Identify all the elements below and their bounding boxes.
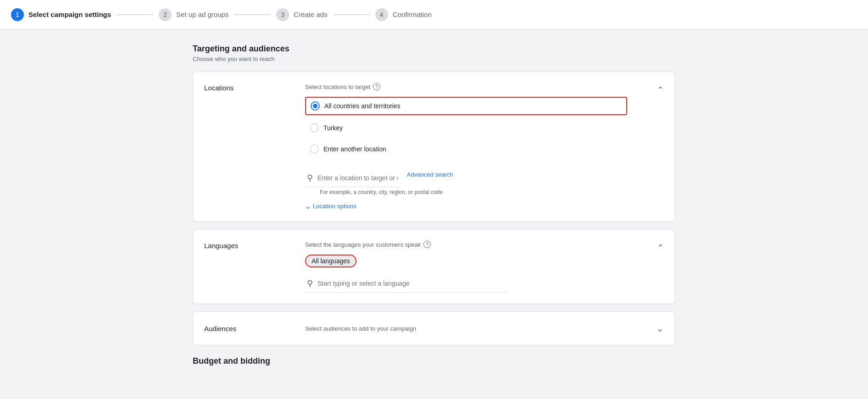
radio-all-countries[interactable]: All countries and territories xyxy=(305,97,627,115)
radio-turkey-circle xyxy=(310,123,319,133)
locations-label: Locations xyxy=(204,83,287,211)
language-search-icon: ⚲ xyxy=(307,278,313,288)
languages-collapse-button[interactable]: ⌃ xyxy=(657,243,664,253)
languages-chip-area: All languages xyxy=(305,255,627,267)
locations-content: Select locations to target ? All countri… xyxy=(305,83,627,211)
step-4: 4 Confirmation xyxy=(375,8,432,21)
audiences-card-collapsed: Audiences Select audiences to add to you… xyxy=(193,312,675,345)
step-1-circle: 1 xyxy=(11,8,24,21)
locations-card: Locations Select locations to target ? A… xyxy=(193,72,675,222)
radio-all-countries-label: All countries and territories xyxy=(324,102,401,110)
main-content: Targeting and audiences Choose who you w… xyxy=(182,29,686,381)
step-3-circle: 3 xyxy=(276,8,289,21)
languages-card-inner: Languages Select the languages your cust… xyxy=(193,230,675,304)
step-2-circle: 2 xyxy=(159,8,172,21)
location-search-icon: ⚲ xyxy=(307,173,313,183)
radio-another-location-circle xyxy=(310,144,319,154)
radio-turkey-label: Turkey xyxy=(323,124,343,132)
location-search-hint: For example, a country, city, region, or… xyxy=(305,189,627,195)
targeting-subtitle: Choose who you want to reach xyxy=(193,55,675,62)
locations-toggle[interactable]: ⌃ xyxy=(645,83,664,211)
location-search-row: ⚲ Advanced search xyxy=(305,162,627,187)
locations-sublabel: Select locations to target ? xyxy=(305,83,627,90)
languages-content: Select the languages your customers spea… xyxy=(305,241,627,293)
step-connector-3 xyxy=(333,14,370,15)
locations-collapse-button[interactable]: ⌃ xyxy=(657,85,664,95)
locations-help-icon[interactable]: ? xyxy=(373,83,380,90)
location-options-link[interactable]: ⌄ Location options xyxy=(305,202,627,211)
location-search-field: ⚲ xyxy=(305,169,400,187)
radio-another-location-label: Enter another location xyxy=(323,145,386,153)
languages-help-icon[interactable]: ? xyxy=(423,241,431,248)
languages-sublabel: Select the languages your customers spea… xyxy=(305,241,627,248)
radio-another-location[interactable]: Enter another location xyxy=(305,141,627,157)
audiences-value: Select audiences to add to your campaign xyxy=(305,325,638,332)
audiences-label: Audiences xyxy=(204,325,287,332)
step-3-label: Create ads xyxy=(294,11,327,18)
step-3: 3 Create ads xyxy=(276,8,327,21)
step-1: 1 Select campaign settings xyxy=(11,8,111,21)
locations-card-inner: Locations Select locations to target ? A… xyxy=(193,72,675,222)
step-2: 2 Set up ad groups xyxy=(159,8,228,21)
language-search-field: ⚲ xyxy=(305,275,507,293)
languages-label: Languages xyxy=(204,241,287,293)
languages-toggle[interactable]: ⌃ xyxy=(645,241,664,293)
languages-card: Languages Select the languages your cust… xyxy=(193,229,675,304)
targeting-heading: Targeting and audiences Choose who you w… xyxy=(193,44,675,62)
step-4-circle: 4 xyxy=(375,8,388,21)
step-connector-2 xyxy=(234,14,271,15)
targeting-title: Targeting and audiences xyxy=(193,44,675,54)
audiences-card: Audiences Select audiences to add to you… xyxy=(193,311,675,345)
location-search-input[interactable] xyxy=(317,174,398,182)
radio-all-countries-circle xyxy=(311,101,320,111)
step-1-label: Select campaign settings xyxy=(28,11,111,18)
language-search-input[interactable] xyxy=(317,280,505,287)
step-2-label: Set up ad groups xyxy=(176,11,228,18)
advanced-search-link[interactable]: Advanced search xyxy=(407,171,453,178)
budget-title: Budget and bidding xyxy=(193,356,675,366)
step-4-label: Confirmation xyxy=(393,11,432,18)
audiences-toggle[interactable]: ⌄ xyxy=(656,323,664,334)
stepper-bar: 1 Select campaign settings 2 Set up ad g… xyxy=(0,0,868,29)
all-languages-chip[interactable]: All languages xyxy=(305,255,356,267)
step-connector-1 xyxy=(117,14,153,15)
location-options-chevron: ⌄ xyxy=(305,202,311,211)
radio-turkey[interactable]: Turkey xyxy=(305,120,627,136)
